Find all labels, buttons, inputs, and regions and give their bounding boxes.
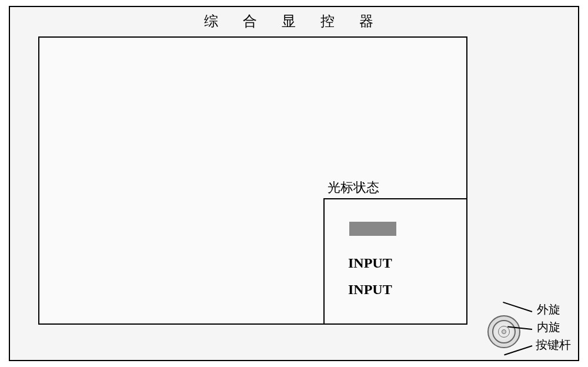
rotary-knob[interactable] xyxy=(487,315,520,348)
screen-area: 光标状态 INPUT INPUT xyxy=(38,36,467,325)
input-field-1[interactable]: INPUT xyxy=(348,255,392,271)
cursor-indicator xyxy=(349,222,396,236)
input-panel: INPUT INPUT xyxy=(323,198,467,325)
knob-push-button[interactable] xyxy=(502,329,506,334)
input-field-2[interactable]: INPUT xyxy=(348,282,392,298)
leader-line-outer xyxy=(503,301,532,311)
cursor-state-label: 光标状态 xyxy=(328,179,379,196)
device-title: 综 合 显 控 器 xyxy=(10,12,578,31)
outer-frame: 综 合 显 控 器 光标状态 INPUT INPUT 外旋 内旋 按键杆 xyxy=(9,6,579,361)
label-push-button: 按键杆 xyxy=(536,337,571,353)
label-inner-rotation: 内旋 xyxy=(537,319,560,335)
label-outer-rotation: 外旋 xyxy=(537,302,560,318)
